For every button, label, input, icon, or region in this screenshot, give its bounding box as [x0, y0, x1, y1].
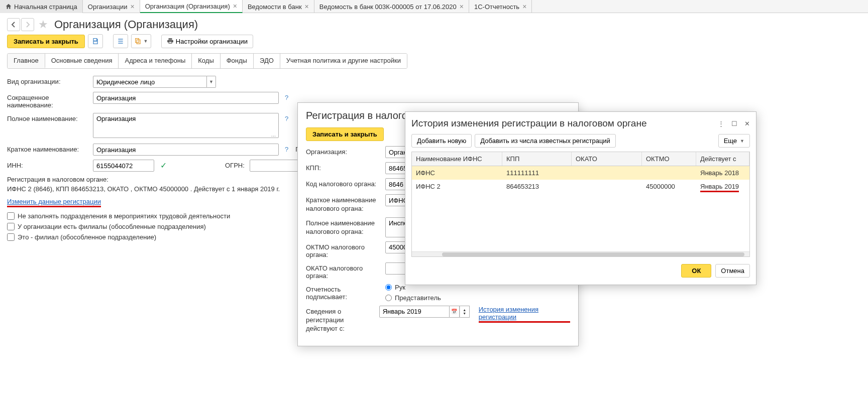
cb-has-branches[interactable] [7, 223, 15, 230]
col-kpp[interactable]: КПП [502, 152, 572, 166]
history-dialog: История изменения регистрации в налогово… [405, 111, 756, 251]
table-row[interactable]: ИФНС 2 864653213 45000000 Январь 2019 [412, 180, 749, 193]
table-row[interactable]: ИФНС 111111111 Январь 2018 [412, 166, 749, 180]
cell-okato [572, 166, 642, 180]
tab-label: Организация (Организация) [145, 3, 230, 10]
check-icon: ✓ [160, 160, 167, 170]
org-settings-label: Настройки организации [176, 38, 248, 45]
list-icon-button[interactable] [113, 34, 128, 48]
tab-1c-reporting[interactable]: 1С-Отчетность × [469, 0, 532, 13]
more-button-label: Еще [724, 137, 737, 145]
table-blank [412, 193, 749, 251]
save-icon-button[interactable] [88, 34, 103, 48]
cb-no-subdivisions[interactable] [7, 212, 15, 220]
star-icon[interactable]: ★ [38, 18, 48, 31]
toolbar: Записать и закрыть ▼ Настройки организац… [0, 34, 868, 53]
print-icon [167, 38, 174, 45]
tab-home-label: Начальная страница [14, 3, 77, 11]
nav-arrows [7, 18, 34, 31]
close-icon[interactable]: × [305, 3, 309, 11]
subtabs: Главное Основные сведения Адреса и телеф… [7, 53, 407, 69]
d1-code-label: Код налогового органа: [306, 178, 382, 188]
d1-shorttax-label: Краткое наименование налогового органа: [306, 194, 382, 213]
close-icon[interactable]: × [522, 3, 526, 11]
d1-oktmo-label: ОКТМО налогового органа: [306, 241, 382, 251]
subtab-edo[interactable]: ЭДО [254, 54, 280, 68]
col-active-from[interactable]: Действует с [696, 152, 749, 166]
home-icon [5, 3, 12, 10]
add-new-button[interactable]: Добавить новую [411, 134, 472, 148]
d1-kpp-label: КПП: [306, 162, 382, 172]
org-type-dropdown[interactable]: ▼ [93, 76, 216, 88]
page-title: Организация (Организация) [54, 18, 198, 31]
full-name-label: Полное наименование: [7, 113, 90, 122]
tab-label: 1С-Отчетность [474, 3, 519, 11]
titlebar: ★ Организация (Организация) [0, 13, 868, 34]
cell-kpp: 111111111 [502, 166, 572, 180]
window-tabs: Начальная страница Организации × Организ… [0, 0, 868, 13]
dropdown-icon[interactable]: ▼ [207, 76, 216, 88]
help-icon[interactable]: ? [285, 92, 288, 101]
save-close-button[interactable]: Записать и закрыть [7, 35, 85, 48]
tab-bank-statement-detail[interactable]: Ведомость в банк 003К-000005 от 17.06.20… [314, 0, 469, 13]
more-button[interactable]: Еще▼ [718, 134, 750, 148]
cell-name: ИФНС 2 [412, 180, 502, 193]
inn-label: ИНН: [7, 160, 90, 169]
short-name-input[interactable] [93, 92, 279, 104]
cb-is-branch-label: Это - филиал (обособленное подразделение… [18, 233, 156, 241]
cb-is-branch[interactable] [7, 233, 15, 241]
full-name-input[interactable] [93, 113, 279, 138]
tab-organizations[interactable]: Организации × [83, 0, 140, 13]
cell-date: Январь 2018 [696, 166, 749, 180]
cell-okato [572, 180, 642, 193]
change-reg-link[interactable]: Изменить данные регистрации [7, 198, 101, 207]
menu-icon[interactable]: ⋮ [718, 120, 724, 127]
tab-organization-detail[interactable]: Организация (Организация) × [140, 0, 243, 13]
brief-name-input[interactable] [93, 144, 279, 156]
subtab-main[interactable]: Главное [8, 54, 45, 68]
help-icon[interactable]: ? [285, 144, 288, 153]
cb-no-subdivisions-label: Не заполнять подразделения в мероприятия… [18, 212, 230, 220]
col-name[interactable]: Наименование ИФНС [412, 152, 502, 166]
maximize-icon[interactable]: ☐ [731, 120, 737, 127]
subtab-addresses[interactable]: Адреса и телефоны [119, 54, 192, 68]
history-dialog-title: История изменения регистрации в налогово… [411, 118, 647, 129]
d1-org-label: Организация: [306, 146, 382, 156]
tab-home[interactable]: Начальная страница [0, 0, 83, 13]
cb-has-branches-label: У организации есть филиалы (обособленные… [18, 223, 206, 230]
brief-name-label: Краткое наименование: [7, 144, 90, 153]
ogrn-input[interactable] [250, 160, 300, 172]
subtab-codes[interactable]: Коды [192, 54, 220, 68]
org-settings-button[interactable]: Настройки организации [161, 35, 253, 48]
help-icon[interactable]: ? [285, 113, 288, 122]
cell-oktmo: 45000000 [642, 180, 696, 193]
forward-button[interactable] [21, 18, 34, 31]
inn-input[interactable] [93, 160, 154, 172]
subtab-accounting[interactable]: Учетная политика и другие настройки [280, 54, 407, 68]
d1-fulltax-label: Полное наименование налогового органа: [306, 217, 382, 236]
ogrn-label: ОГРН: [225, 160, 245, 169]
tab-bank-statements[interactable]: Ведомости в банк × [243, 0, 314, 13]
tab-label: Организации [88, 3, 128, 11]
save-close-button[interactable]: Записать и закрыть [306, 127, 384, 141]
cell-kpp: 864653213 [502, 180, 572, 193]
col-oktmo[interactable]: ОКТМО [642, 152, 696, 166]
subtab-funds[interactable]: Фонды [221, 54, 254, 68]
close-icon[interactable]: × [233, 2, 237, 10]
close-icon[interactable]: ✕ [744, 120, 750, 127]
cell-oktmo [642, 166, 696, 180]
close-icon[interactable]: × [460, 3, 464, 11]
tab-label: Ведомости в банк [248, 3, 302, 11]
tab-label: Ведомость в банк 003К-000005 от 17.06.20… [319, 3, 457, 11]
org-type-value[interactable] [93, 76, 207, 88]
cell-date: Январь 2019 [696, 180, 749, 193]
back-button[interactable] [7, 18, 20, 31]
close-icon[interactable]: × [130, 3, 134, 11]
col-okato[interactable]: ОКАТО [572, 152, 642, 166]
subtab-basic[interactable]: Основные сведения [45, 54, 119, 68]
org-type-label: Вид организации: [7, 76, 90, 85]
copy-dropdown-button[interactable]: ▼ [131, 34, 151, 48]
add-known-button[interactable]: Добавить из числа известных регистраций [475, 134, 616, 148]
cell-name: ИФНС [412, 166, 502, 180]
short-name-label: Сокращенное наименование: [7, 92, 90, 109]
